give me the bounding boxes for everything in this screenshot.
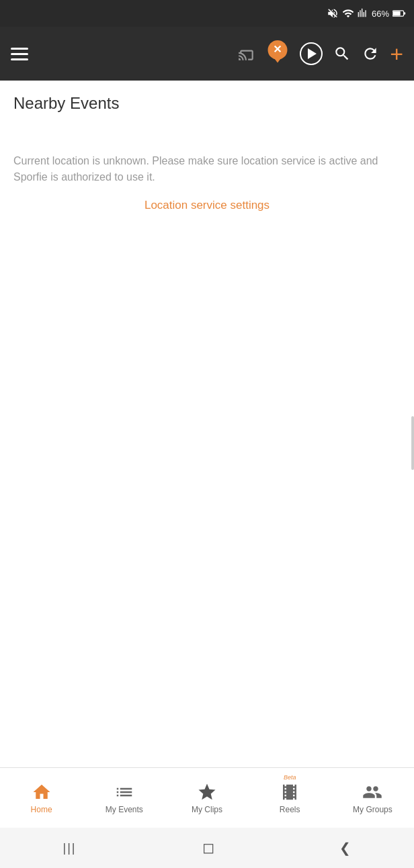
- battery-icon: [392, 9, 406, 18]
- scrollbar: [411, 416, 414, 470]
- tab-home[interactable]: Home: [0, 782, 83, 814]
- wifi-icon: [342, 7, 354, 19]
- tab-reels[interactable]: Beta Reels: [249, 782, 331, 814]
- svg-rect-1: [393, 11, 401, 16]
- tab-my-events-label: My Events: [106, 805, 143, 814]
- main-content: Nearby Events Current location is unknow…: [0, 81, 414, 767]
- back-button[interactable]: ❮: [339, 840, 351, 856]
- home-icon: [32, 782, 52, 802]
- battery-text: 66%: [372, 9, 389, 19]
- tab-my-groups-label: My Groups: [353, 805, 392, 814]
- svg-rect-2: [404, 12, 406, 14]
- beta-badge: Beta: [284, 774, 296, 781]
- tab-home-label: Home: [31, 805, 52, 814]
- location-button[interactable]: ✕: [266, 40, 289, 68]
- menu-button[interactable]: [11, 48, 28, 60]
- svg-text:✕: ✕: [274, 43, 282, 55]
- status-icons: 66%: [327, 7, 406, 19]
- nav-bar: ✕ +: [0, 27, 414, 81]
- tab-my-events[interactable]: My Events: [83, 782, 165, 814]
- system-nav: ||| ◻ ❮: [0, 828, 414, 868]
- reels-icon: [280, 782, 300, 802]
- search-button[interactable]: [333, 45, 351, 62]
- play-button[interactable]: [300, 42, 323, 65]
- add-button[interactable]: +: [390, 42, 403, 65]
- my-clips-icon: [197, 782, 217, 802]
- my-groups-icon: [362, 782, 382, 802]
- page-title: Nearby Events: [13, 94, 401, 113]
- nav-icons-right: ✕ +: [238, 40, 403, 68]
- refresh-button[interactable]: [362, 45, 379, 62]
- tab-bar: Home My Events My Clips Beta Reels My Gr…: [0, 767, 414, 828]
- tab-my-clips-label: My Clips: [192, 805, 222, 814]
- signal-icon: [358, 8, 368, 19]
- location-message: Current location is unknown. Please make…: [13, 153, 401, 185]
- tab-my-groups[interactable]: My Groups: [331, 782, 414, 814]
- cast-button[interactable]: [238, 45, 255, 62]
- status-bar: 66%: [0, 0, 414, 27]
- tab-reels-label: Reels: [280, 805, 300, 814]
- location-settings-link[interactable]: Location service settings: [13, 199, 401, 212]
- mute-icon: [327, 7, 339, 19]
- recent-apps-button[interactable]: |||: [63, 841, 76, 855]
- home-button[interactable]: ◻: [202, 839, 214, 857]
- my-events-icon: [114, 782, 134, 802]
- tab-my-clips[interactable]: My Clips: [165, 782, 248, 814]
